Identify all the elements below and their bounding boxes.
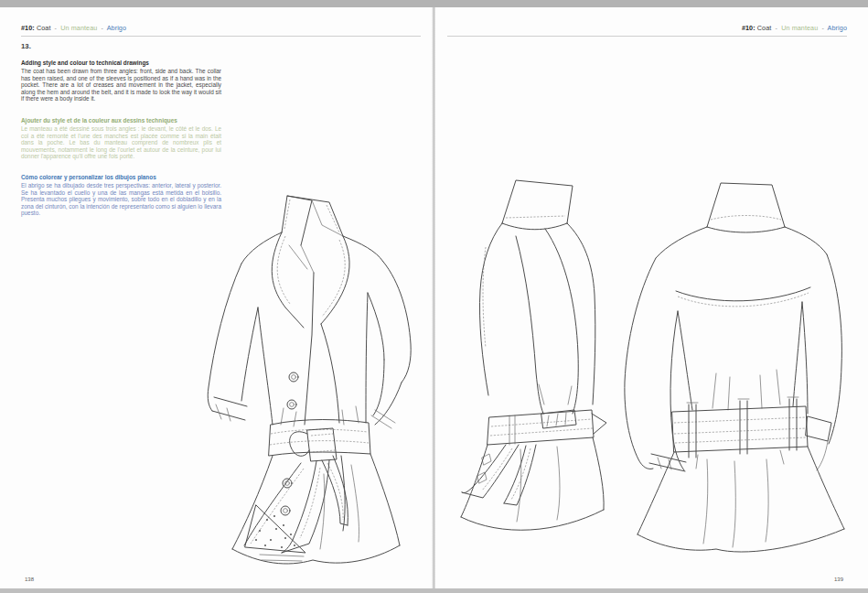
page-number-left: 138	[25, 577, 34, 582]
section-english: Adding style and colour to technical dra…	[21, 59, 221, 102]
right-page: #10: Coat - Un manteau - Abrigo	[435, 7, 868, 588]
section-french: Ajouter du style et de la couleur aux de…	[21, 117, 221, 160]
section-spanish: Cómo colorear y personalizar los dibujos…	[21, 174, 221, 217]
chapter-header: #10: Coat - Un manteau - Abrigo	[21, 24, 126, 32]
page-number-right: 139	[834, 577, 843, 582]
separator: -	[99, 24, 105, 32]
section-spanish-body: El abrigo se ha dibujado desde tres pers…	[21, 182, 221, 217]
separator: -	[53, 24, 59, 32]
section-french-body: Le manteau a été dessiné sous trois angl…	[21, 125, 221, 160]
chapter-title-en: Coat	[37, 24, 51, 32]
coat-back-view-illustration	[623, 174, 855, 554]
chapter-header: #10: Coat - Un manteau - Abrigo	[742, 24, 847, 32]
separator: -	[820, 24, 826, 32]
chapter-title-fr: Un manteau	[781, 24, 818, 32]
chapter-title-en: Coat	[757, 24, 772, 32]
section-english-body: The coat has been drawn from three angle…	[21, 68, 221, 102]
coat-side-view-illustration	[455, 174, 624, 549]
header-rule	[447, 36, 847, 37]
book-spread: #10: Coat - Un manteau - Abrigo 13. Addi…	[0, 0, 868, 593]
chapter-number: #10:	[21, 24, 35, 32]
exercise-number: 13.	[21, 42, 31, 50]
separator: -	[774, 24, 780, 32]
chapter-title-es: Abrigo	[107, 24, 126, 32]
section-french-heading: Ajouter du style et de la couleur aux de…	[21, 117, 221, 124]
scan-border-top	[0, 0, 868, 7]
chapter-number: #10:	[742, 24, 755, 32]
header-rule	[21, 36, 421, 37]
section-english-heading: Adding style and colour to technical dra…	[21, 59, 221, 67]
scan-border-bottom	[0, 588, 868, 593]
chapter-title-fr: Un manteau	[60, 24, 97, 32]
coat-front-view-illustration	[203, 189, 426, 573]
left-page: #10: Coat - Un manteau - Abrigo 13. Addi…	[0, 7, 433, 588]
chapter-title-es: Abrigo	[828, 24, 847, 32]
section-spanish-heading: Cómo colorear y personalizar los dibujos…	[21, 174, 221, 181]
lining-dots	[255, 515, 295, 548]
